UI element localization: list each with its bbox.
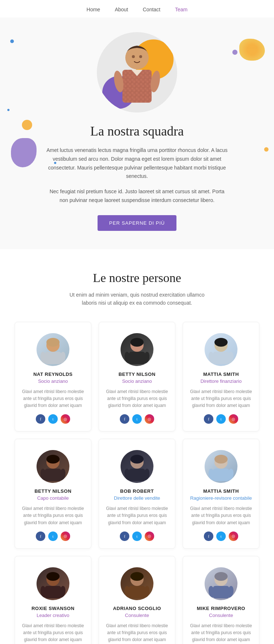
member-avatar bbox=[205, 567, 237, 600]
team-section-subtitle: Ut enim ad minim veniam, quis nostrud ex… bbox=[64, 291, 210, 307]
member-desc: Glavi amet ritnisl libero molestie ante … bbox=[104, 388, 170, 409]
avatar-person-svg bbox=[122, 335, 152, 364]
svg-rect-24 bbox=[213, 352, 229, 364]
member-desc: Glavi amet ritnisl libero molestie ante … bbox=[189, 505, 254, 526]
member-role: Ragioniere-revisore contabile bbox=[189, 495, 254, 501]
svg-rect-29 bbox=[45, 469, 61, 481]
svg-point-23 bbox=[214, 338, 228, 347]
svg-rect-14 bbox=[45, 352, 61, 364]
team-card: BETTY NILSON Capo contabile Glavi amet r… bbox=[15, 439, 91, 549]
decorative-blob-4 bbox=[11, 138, 37, 167]
nav-team[interactable]: Team bbox=[175, 7, 187, 12]
svg-rect-54 bbox=[213, 586, 229, 598]
member-name: BETTY NILSON bbox=[104, 371, 170, 377]
team-grid: NAT REYNOLDS Socio anziano Glavi amet ri… bbox=[15, 322, 259, 644]
decorative-blob-2 bbox=[7, 109, 9, 111]
twitter-icon[interactable]: t bbox=[132, 531, 142, 541]
member-desc: Glavi amet ritnisl libero molestie ante … bbox=[189, 622, 254, 644]
member-name: ADRIANO SCOGLIO bbox=[104, 606, 170, 611]
svg-point-13 bbox=[46, 338, 60, 347]
member-avatar bbox=[205, 450, 237, 483]
member-role: Socio anziano bbox=[104, 378, 170, 384]
member-avatar bbox=[121, 333, 153, 366]
member-desc: Glavi amet ritnisl libero molestie ante … bbox=[20, 622, 85, 644]
navbar: Home About Contact Team bbox=[0, 0, 274, 18]
member-avatar bbox=[121, 567, 153, 600]
team-card: MATTIA SMITH Ragioniere-revisore contabi… bbox=[183, 439, 259, 549]
decorative-blob-8 bbox=[264, 147, 269, 152]
svg-point-28 bbox=[46, 455, 60, 464]
twitter-icon[interactable]: t bbox=[48, 531, 58, 541]
facebook-icon[interactable]: f bbox=[36, 414, 45, 424]
social-icons: f t ◎ bbox=[104, 531, 170, 541]
member-avatar bbox=[37, 450, 69, 483]
svg-rect-34 bbox=[129, 469, 145, 481]
team-section-title: Le nostre persone bbox=[15, 271, 259, 285]
team-section: Le nostre persone Ut enim ad minim venia… bbox=[0, 249, 274, 644]
svg-point-1 bbox=[132, 55, 135, 58]
member-role: Consulente bbox=[189, 613, 254, 618]
member-avatar bbox=[121, 450, 153, 483]
svg-point-38 bbox=[214, 455, 228, 464]
social-icons: f t ◎ bbox=[189, 531, 254, 541]
avatar-person-svg bbox=[206, 569, 236, 598]
member-name: ROXIE SWANSON bbox=[20, 606, 85, 611]
nav-home[interactable]: Home bbox=[87, 7, 100, 12]
hero-para2: Nec feugiat nisl pretium fusce id. Justo… bbox=[46, 187, 228, 205]
instagram-icon[interactable]: ◎ bbox=[61, 531, 70, 541]
facebook-icon[interactable]: f bbox=[204, 531, 213, 541]
avatar-person-svg bbox=[122, 569, 152, 598]
member-role: Socio anziano bbox=[20, 378, 85, 384]
decorative-blob-7 bbox=[239, 39, 265, 61]
avatar-person-svg bbox=[38, 335, 68, 364]
instagram-icon[interactable]: ◎ bbox=[145, 414, 154, 424]
member-role: Leader creativo bbox=[20, 613, 85, 618]
instagram-icon[interactable]: ◎ bbox=[145, 531, 154, 541]
member-avatar bbox=[205, 333, 237, 366]
twitter-icon[interactable]: t bbox=[48, 414, 58, 424]
twitter-icon[interactable]: t bbox=[216, 414, 226, 424]
instagram-icon[interactable]: ◎ bbox=[229, 414, 238, 424]
member-avatar bbox=[37, 567, 69, 600]
twitter-icon[interactable]: t bbox=[216, 531, 226, 541]
member-name: MIKE RIMPROVERO bbox=[189, 606, 254, 611]
hero-person-svg bbox=[111, 41, 163, 103]
social-icons: f t ◎ bbox=[189, 414, 254, 424]
svg-point-18 bbox=[130, 338, 144, 347]
hero-title: La nostra squadra bbox=[29, 123, 245, 139]
instagram-icon[interactable]: ◎ bbox=[229, 531, 238, 541]
team-card: BETTY NILSON Socio anziano Glavi amet ri… bbox=[99, 322, 175, 432]
svg-point-48 bbox=[130, 572, 144, 581]
hero-cta-button[interactable]: PER SAPERNE DI PIÙ bbox=[98, 215, 176, 231]
social-icons: f t ◎ bbox=[20, 531, 85, 541]
svg-point-2 bbox=[139, 55, 142, 58]
twitter-icon[interactable]: t bbox=[132, 414, 142, 424]
social-icons: f t ◎ bbox=[104, 414, 170, 424]
svg-point-33 bbox=[130, 455, 144, 464]
team-card: ADRIANO SCOGLIO Consulente Glavi amet ri… bbox=[99, 556, 175, 644]
team-card: ROXIE SWANSON Leader creativo Glavi amet… bbox=[15, 556, 91, 644]
nav-contact[interactable]: Contact bbox=[143, 7, 160, 12]
team-card: NAT REYNOLDS Socio anziano Glavi amet ri… bbox=[15, 322, 91, 432]
member-role: Capo contabile bbox=[20, 495, 85, 501]
member-role: Consulente bbox=[104, 613, 170, 618]
hero-section: La nostra squadra Amet luctus venenatis … bbox=[0, 18, 274, 249]
facebook-icon[interactable]: f bbox=[204, 414, 213, 424]
team-card: MIKE RIMPROVERO Consulente Glavi amet ri… bbox=[183, 556, 259, 644]
team-card: MATTIA SMITH Direttore finanziario Glavi… bbox=[183, 322, 259, 432]
svg-rect-39 bbox=[213, 469, 229, 481]
nav-about[interactable]: About bbox=[115, 7, 128, 12]
facebook-icon[interactable]: f bbox=[120, 414, 129, 424]
member-role: Direttore delle vendite bbox=[104, 495, 170, 501]
facebook-icon[interactable]: f bbox=[36, 531, 45, 541]
avatar-person-svg bbox=[206, 335, 236, 364]
avatar-person-svg bbox=[122, 452, 152, 481]
facebook-icon[interactable]: f bbox=[120, 531, 129, 541]
member-name: MATTIA SMITH bbox=[189, 371, 254, 377]
social-icons: f t ◎ bbox=[20, 414, 85, 424]
member-name: NAT REYNOLDS bbox=[20, 371, 85, 377]
member-name: BETTY NILSON bbox=[20, 488, 85, 494]
instagram-icon[interactable]: ◎ bbox=[61, 414, 70, 424]
avatar-person-svg bbox=[38, 452, 68, 481]
decorative-blob-1 bbox=[10, 39, 14, 43]
